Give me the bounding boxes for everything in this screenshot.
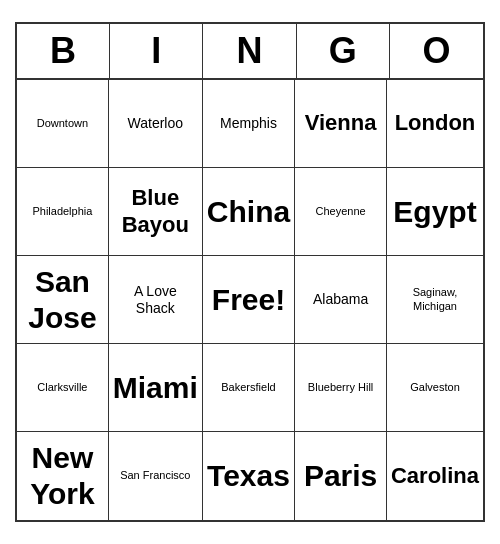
cell-text: San Jose bbox=[21, 264, 104, 336]
bingo-cell: Texas bbox=[203, 432, 295, 520]
cell-text: Downtown bbox=[37, 117, 88, 130]
cell-text: Carolina bbox=[391, 463, 479, 489]
bingo-cell: Waterloo bbox=[109, 80, 203, 168]
cell-text: Free! bbox=[212, 282, 285, 318]
bingo-cell: Blue Bayou bbox=[109, 168, 203, 256]
bingo-cell: Cheyenne bbox=[295, 168, 387, 256]
bingo-header: BINGO bbox=[17, 24, 483, 80]
header-letter: N bbox=[203, 24, 296, 78]
bingo-cell: Galveston bbox=[387, 344, 483, 432]
bingo-cell: Memphis bbox=[203, 80, 295, 168]
cell-text: Cheyenne bbox=[315, 205, 365, 218]
bingo-cell: Philadelphia bbox=[17, 168, 109, 256]
bingo-cell: Miami bbox=[109, 344, 203, 432]
cell-text: Philadelphia bbox=[32, 205, 92, 218]
cell-text: Texas bbox=[207, 458, 290, 494]
bingo-cell: Egypt bbox=[387, 168, 483, 256]
cell-text: China bbox=[207, 194, 290, 230]
cell-text: Waterloo bbox=[128, 115, 184, 132]
cell-text: San Francisco bbox=[120, 469, 190, 482]
bingo-cell: Alabama bbox=[295, 256, 387, 344]
cell-text: A Love Shack bbox=[113, 283, 198, 317]
bingo-cell: San Francisco bbox=[109, 432, 203, 520]
cell-text: Saginaw, Michigan bbox=[391, 286, 479, 312]
bingo-grid: DowntownWaterlooMemphisViennaLondonPhila… bbox=[17, 80, 483, 520]
cell-text: Vienna bbox=[305, 110, 377, 136]
cell-text: Blue Bayou bbox=[113, 185, 198, 238]
cell-text: Egypt bbox=[393, 194, 476, 230]
bingo-cell: New York bbox=[17, 432, 109, 520]
cell-text: New York bbox=[21, 440, 104, 512]
header-letter: I bbox=[110, 24, 203, 78]
header-letter: O bbox=[390, 24, 483, 78]
cell-text: Paris bbox=[304, 458, 377, 494]
bingo-cell: Carolina bbox=[387, 432, 483, 520]
cell-text: Blueberry Hill bbox=[308, 381, 373, 394]
cell-text: Galveston bbox=[410, 381, 460, 394]
bingo-cell: Clarksville bbox=[17, 344, 109, 432]
bingo-cell: Downtown bbox=[17, 80, 109, 168]
cell-text: London bbox=[395, 110, 476, 136]
cell-text: Memphis bbox=[220, 115, 277, 132]
bingo-card: BINGO DowntownWaterlooMemphisViennaLondo… bbox=[15, 22, 485, 522]
header-letter: B bbox=[17, 24, 110, 78]
bingo-cell: Vienna bbox=[295, 80, 387, 168]
cell-text: Clarksville bbox=[37, 381, 87, 394]
cell-text: Bakersfield bbox=[221, 381, 275, 394]
bingo-cell: San Jose bbox=[17, 256, 109, 344]
bingo-cell: Free! bbox=[203, 256, 295, 344]
cell-text: Miami bbox=[113, 370, 198, 406]
bingo-cell: Saginaw, Michigan bbox=[387, 256, 483, 344]
cell-text: Alabama bbox=[313, 291, 368, 308]
bingo-cell: A Love Shack bbox=[109, 256, 203, 344]
header-letter: G bbox=[297, 24, 390, 78]
bingo-cell: Bakersfield bbox=[203, 344, 295, 432]
bingo-cell: Paris bbox=[295, 432, 387, 520]
bingo-cell: China bbox=[203, 168, 295, 256]
bingo-cell: Blueberry Hill bbox=[295, 344, 387, 432]
bingo-cell: London bbox=[387, 80, 483, 168]
